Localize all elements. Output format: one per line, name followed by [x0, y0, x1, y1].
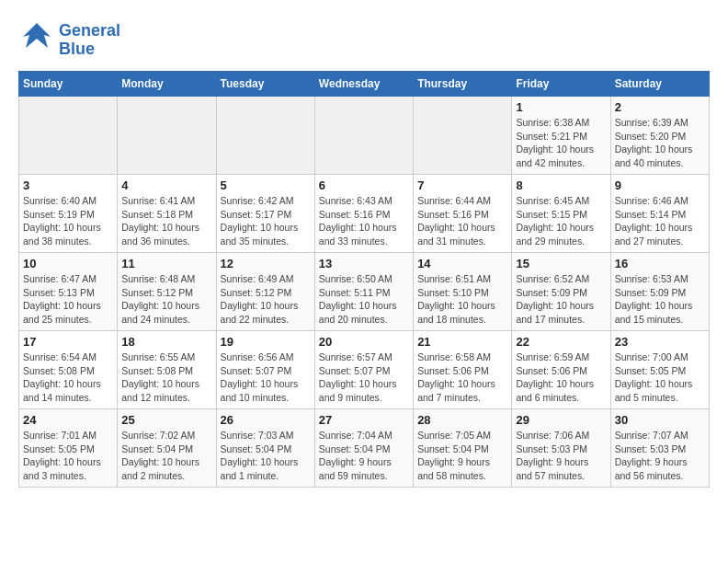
calendar-cell: 22Sunrise: 6:59 AMSunset: 5:06 PMDayligh… — [512, 331, 610, 409]
day-number: 12 — [221, 257, 311, 270]
logo-text: General Blue — [59, 22, 120, 59]
day-detail: Sunrise: 7:04 AMSunset: 5:04 PMDaylight:… — [319, 429, 409, 483]
calendar-cell: 12Sunrise: 6:49 AMSunset: 5:12 PMDayligh… — [216, 253, 314, 331]
day-detail: Sunrise: 6:43 AMSunset: 5:16 PMDaylight:… — [319, 194, 409, 248]
day-number: 14 — [417, 257, 507, 270]
calendar-cell: 23Sunrise: 7:00 AMSunset: 5:05 PMDayligh… — [610, 331, 709, 409]
calendar-cell — [118, 97, 216, 175]
day-number: 24 — [23, 413, 113, 427]
day-detail: Sunrise: 6:42 AMSunset: 5:17 PMDaylight:… — [221, 194, 311, 248]
day-number: 22 — [516, 335, 606, 349]
day-number: 20 — [319, 335, 409, 349]
calendar-cell: 16Sunrise: 6:53 AMSunset: 5:09 PMDayligh… — [610, 253, 709, 331]
calendar-cell: 6Sunrise: 6:43 AMSunset: 5:16 PMDaylight… — [314, 175, 413, 253]
calendar-cell — [414, 97, 512, 175]
day-detail: Sunrise: 7:05 AMSunset: 5:04 PMDaylight:… — [417, 429, 507, 483]
calendar-cell: 28Sunrise: 7:05 AMSunset: 5:04 PMDayligh… — [414, 409, 512, 488]
day-detail: Sunrise: 6:54 AMSunset: 5:08 PMDaylight:… — [23, 350, 113, 405]
day-number: 28 — [417, 413, 507, 427]
day-detail: Sunrise: 6:44 AMSunset: 5:16 PMDaylight:… — [417, 194, 507, 248]
weekday-header: Monday — [118, 72, 216, 97]
day-detail: Sunrise: 7:03 AMSunset: 5:04 PMDaylight:… — [221, 429, 311, 483]
day-number: 19 — [221, 335, 311, 349]
day-detail: Sunrise: 6:56 AMSunset: 5:07 PMDaylight:… — [221, 350, 311, 405]
svg-marker-0 — [23, 23, 51, 48]
day-detail: Sunrise: 6:50 AMSunset: 5:11 PMDaylight:… — [319, 272, 409, 327]
day-detail: Sunrise: 6:38 AMSunset: 5:21 PMDaylight:… — [516, 116, 606, 170]
day-number: 16 — [615, 257, 705, 270]
day-number: 25 — [121, 413, 211, 427]
day-number: 8 — [516, 178, 606, 192]
day-number: 27 — [319, 413, 409, 427]
calendar-cell: 2Sunrise: 6:39 AMSunset: 5:20 PMDaylight… — [610, 97, 709, 175]
weekday-header: Tuesday — [216, 72, 314, 97]
day-number: 9 — [615, 178, 705, 192]
calendar-cell: 21Sunrise: 6:58 AMSunset: 5:06 PMDayligh… — [414, 331, 512, 409]
calendar-cell: 15Sunrise: 6:52 AMSunset: 5:09 PMDayligh… — [512, 253, 610, 331]
day-detail: Sunrise: 7:07 AMSunset: 5:03 PMDaylight:… — [615, 429, 705, 483]
day-detail: Sunrise: 7:00 AMSunset: 5:05 PMDaylight:… — [615, 350, 705, 405]
day-number: 2 — [615, 100, 705, 114]
calendar-cell: 3Sunrise: 6:40 AMSunset: 5:19 PMDaylight… — [19, 175, 118, 253]
day-detail: Sunrise: 6:41 AMSunset: 5:18 PMDaylight:… — [121, 194, 211, 248]
day-number: 3 — [23, 178, 113, 192]
page-header: General Blue — [18, 18, 710, 62]
calendar-cell: 30Sunrise: 7:07 AMSunset: 5:03 PMDayligh… — [610, 409, 709, 488]
day-detail: Sunrise: 6:55 AMSunset: 5:08 PMDaylight:… — [121, 350, 211, 405]
day-number: 4 — [121, 178, 211, 192]
calendar-cell: 26Sunrise: 7:03 AMSunset: 5:04 PMDayligh… — [216, 409, 314, 488]
day-detail: Sunrise: 6:39 AMSunset: 5:20 PMDaylight:… — [615, 116, 705, 170]
calendar-cell: 13Sunrise: 6:50 AMSunset: 5:11 PMDayligh… — [314, 253, 413, 331]
calendar-cell: 4Sunrise: 6:41 AMSunset: 5:18 PMDaylight… — [118, 175, 216, 253]
day-detail: Sunrise: 6:59 AMSunset: 5:06 PMDaylight:… — [516, 350, 606, 405]
day-number: 15 — [516, 257, 606, 270]
calendar-cell — [314, 97, 413, 175]
day-detail: Sunrise: 6:53 AMSunset: 5:09 PMDaylight:… — [615, 272, 705, 327]
day-number: 21 — [417, 335, 507, 349]
day-detail: Sunrise: 6:51 AMSunset: 5:10 PMDaylight:… — [417, 272, 507, 327]
day-number: 7 — [417, 178, 507, 192]
day-detail: Sunrise: 6:49 AMSunset: 5:12 PMDaylight:… — [221, 272, 311, 327]
calendar-cell: 8Sunrise: 6:45 AMSunset: 5:15 PMDaylight… — [512, 175, 610, 253]
day-number: 23 — [615, 335, 705, 349]
calendar-table: SundayMondayTuesdayWednesdayThursdayFrid… — [18, 71, 710, 488]
calendar-cell: 24Sunrise: 7:01 AMSunset: 5:05 PMDayligh… — [19, 409, 118, 488]
day-number: 13 — [319, 257, 409, 270]
calendar-cell: 19Sunrise: 6:56 AMSunset: 5:07 PMDayligh… — [216, 331, 314, 409]
calendar-cell: 18Sunrise: 6:55 AMSunset: 5:08 PMDayligh… — [118, 331, 216, 409]
day-number: 30 — [615, 413, 705, 427]
day-detail: Sunrise: 6:48 AMSunset: 5:12 PMDaylight:… — [121, 272, 211, 327]
calendar-cell: 5Sunrise: 6:42 AMSunset: 5:17 PMDaylight… — [216, 175, 314, 253]
calendar-cell: 11Sunrise: 6:48 AMSunset: 5:12 PMDayligh… — [118, 253, 216, 331]
day-number: 17 — [23, 335, 113, 349]
day-number: 29 — [516, 413, 606, 427]
day-detail: Sunrise: 6:58 AMSunset: 5:06 PMDaylight:… — [417, 350, 507, 405]
day-number: 11 — [121, 257, 211, 270]
calendar-cell: 29Sunrise: 7:06 AMSunset: 5:03 PMDayligh… — [512, 409, 610, 488]
day-detail: Sunrise: 6:47 AMSunset: 5:13 PMDaylight:… — [23, 272, 113, 327]
day-detail: Sunrise: 6:57 AMSunset: 5:07 PMDaylight:… — [319, 350, 409, 405]
day-number: 18 — [121, 335, 211, 349]
day-detail: Sunrise: 6:46 AMSunset: 5:14 PMDaylight:… — [615, 194, 705, 248]
weekday-header: Friday — [512, 72, 610, 97]
weekday-header: Wednesday — [314, 72, 413, 97]
day-number: 5 — [221, 178, 311, 192]
weekday-header: Thursday — [414, 72, 512, 97]
calendar-cell — [216, 97, 314, 175]
calendar-cell: 1Sunrise: 6:38 AMSunset: 5:21 PMDaylight… — [512, 97, 610, 175]
weekday-header: Sunday — [19, 72, 118, 97]
logo: General Blue — [18, 18, 120, 62]
day-detail: Sunrise: 7:01 AMSunset: 5:05 PMDaylight:… — [23, 429, 113, 483]
day-detail: Sunrise: 6:40 AMSunset: 5:19 PMDaylight:… — [23, 194, 113, 248]
day-number: 10 — [23, 257, 113, 270]
calendar-cell: 10Sunrise: 6:47 AMSunset: 5:13 PMDayligh… — [19, 253, 118, 331]
day-detail: Sunrise: 7:06 AMSunset: 5:03 PMDaylight:… — [516, 429, 606, 483]
day-number: 6 — [319, 178, 409, 192]
weekday-header: Saturday — [610, 72, 709, 97]
day-number: 26 — [221, 413, 311, 427]
day-detail: Sunrise: 7:02 AMSunset: 5:04 PMDaylight:… — [121, 429, 211, 483]
calendar-cell: 27Sunrise: 7:04 AMSunset: 5:04 PMDayligh… — [314, 409, 413, 488]
calendar-cell: 25Sunrise: 7:02 AMSunset: 5:04 PMDayligh… — [118, 409, 216, 488]
day-number: 1 — [516, 100, 606, 114]
calendar-cell: 20Sunrise: 6:57 AMSunset: 5:07 PMDayligh… — [314, 331, 413, 409]
